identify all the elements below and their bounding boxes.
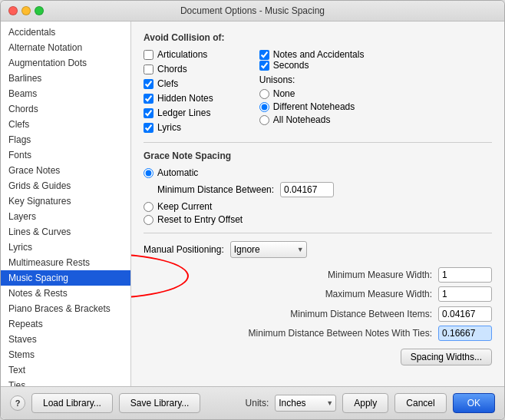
divider-2 [144, 233, 492, 233]
sidebar-item[interactable]: Flags [1, 132, 130, 147]
checkbox-label: Seconds [273, 60, 309, 71]
sidebar-item[interactable]: Augmentation Dots [1, 55, 130, 71]
checkbox-input[interactable] [144, 50, 153, 60]
sidebar-item[interactable]: Stems [1, 347, 130, 362]
sidebar-item[interactable]: Accidentals [1, 25, 130, 40]
close-button[interactable] [8, 6, 18, 15]
sidebar-item[interactable]: Fonts [1, 147, 130, 163]
cancel-button[interactable]: Cancel [394, 393, 446, 413]
min-dist-row: Minimum Distance Between: [157, 182, 492, 197]
save-library-button[interactable]: Save Library... [119, 393, 200, 413]
grace-note-section: Grace Note Spacing Automatic Minimum Dis… [144, 150, 492, 225]
manual-positioning-select[interactable]: IgnoreMove LeftMove Right [230, 241, 307, 258]
checkbox-label: Clefs [157, 78, 178, 89]
unisons-radio[interactable] [259, 89, 269, 99]
ok-button[interactable]: OK [453, 393, 495, 413]
min-dist-ties-row: Minimum Distance Between Notes With Ties… [144, 326, 492, 341]
max-measure-row: Maximum Measure Width: [144, 286, 492, 302]
sidebar-item[interactable]: Text [1, 362, 130, 378]
checkbox-input[interactable] [144, 123, 153, 133]
sidebar-item[interactable]: Music Spacing [1, 270, 130, 286]
minimize-button[interactable] [21, 6, 31, 15]
bottom-bar: ? Load Library... Save Library... Units:… [1, 386, 504, 419]
titlebar: Document Options - Music Spacing [1, 1, 504, 21]
apply-button[interactable]: Apply [342, 393, 388, 413]
sidebar-item[interactable]: Alternate Notation [1, 40, 130, 55]
sidebar-item[interactable]: Grids & Guides [1, 178, 130, 193]
sidebar-item[interactable]: Piano Braces & Brackets [1, 301, 130, 316]
radio-row: All Noteheads [259, 114, 365, 125]
grace-note-title: Grace Note Spacing [144, 150, 492, 161]
checkbox-row: Chords [144, 64, 213, 74]
sidebar-item[interactable]: Grace Notes [1, 163, 130, 178]
main-panel: Avoid Collision of: ArticulationsChordsC… [131, 21, 504, 386]
help-button[interactable]: ? [10, 395, 25, 411]
content: AccidentalsAlternate NotationAugmentatio… [1, 21, 504, 386]
checkbox-label: Notes and Accidentals [273, 49, 365, 60]
sidebar: AccidentalsAlternate NotationAugmentatio… [1, 21, 131, 386]
bottom-section: Spacing Widths... [144, 349, 492, 365]
sidebar-item[interactable]: Lines & Curves [1, 224, 130, 240]
units-dropdown-wrapper: InchesCentimetersPointsPicasEVPUs ▼ [275, 395, 336, 412]
window-title: Document Options - Music Spacing [180, 5, 325, 16]
unisons-radio[interactable] [259, 115, 269, 125]
checkbox-label: Hidden Notes [157, 93, 213, 104]
min-dist-items-input[interactable] [438, 306, 492, 322]
checkboxes-left: ArticulationsChordsClefsHidden NotesLedg… [144, 49, 213, 133]
unisons-section: Unisons: NoneDifferent NoteheadsAll Note… [259, 74, 365, 127]
sidebar-item[interactable]: Notes & Rests [1, 286, 130, 301]
sidebar-item[interactable]: Barlines [1, 71, 130, 86]
manual-row: Manual Positioning: IgnoreMove LeftMove … [144, 241, 492, 258]
sidebar-item[interactable]: Multimeasure Rests [1, 255, 130, 270]
sidebar-item[interactable]: Lyrics [1, 240, 130, 255]
min-measure-row: Minimum Measure Width: [144, 267, 492, 283]
keep-current-label: Keep Current [157, 201, 212, 212]
automatic-radio[interactable] [144, 168, 153, 178]
checkbox-input[interactable] [144, 64, 153, 74]
units-select[interactable]: InchesCentimetersPointsPicasEVPUs [275, 395, 336, 412]
sidebar-item[interactable]: Chords [1, 101, 130, 117]
min-dist-ties-label: Minimum Distance Between Notes With Ties… [249, 328, 432, 339]
checkbox-label: Chords [157, 64, 187, 74]
min-dist-label: Minimum Distance Between: [157, 184, 274, 195]
sidebar-item[interactable]: Beams [1, 86, 130, 101]
sidebar-item[interactable]: Repeats [1, 316, 130, 332]
reset-label: Reset to Entry Offset [157, 214, 243, 225]
unisons-radio[interactable] [259, 102, 269, 112]
checkbox-row: Lyrics [144, 122, 213, 133]
units-label: Units: [246, 398, 269, 408]
radio-row: None [259, 88, 365, 99]
keep-current-radio[interactable] [144, 202, 153, 212]
min-dist-input[interactable] [280, 182, 334, 197]
measure-section: Minimum Measure Width: Maximum Measure W… [144, 267, 492, 302]
checkbox-input[interactable] [144, 94, 153, 104]
sidebar-item[interactable]: Key Signatures [1, 193, 130, 209]
maximize-button[interactable] [35, 6, 44, 15]
unisons-label: Unisons: [259, 74, 365, 85]
spacing-widths-button[interactable]: Spacing Widths... [401, 349, 492, 365]
checkbox-input[interactable] [144, 79, 153, 89]
checkbox-input[interactable] [259, 61, 269, 71]
sidebar-item[interactable]: Clefs [1, 117, 130, 132]
keep-row: Keep Current [144, 201, 492, 212]
unisons-radio-label: None [273, 88, 295, 99]
unisons-radio-label: Different Noteheads [273, 101, 355, 112]
manual-positioning-label: Manual Positioning: [144, 244, 224, 255]
checkbox-input[interactable] [259, 50, 269, 60]
unisons-radio-label: All Noteheads [273, 114, 331, 125]
min-dist-ties-input[interactable] [438, 326, 492, 341]
reset-radio[interactable] [144, 215, 153, 225]
sidebar-item[interactable]: Ties [1, 378, 130, 386]
max-measure-width-input[interactable] [438, 286, 492, 302]
checkboxes-right: Notes and AccidentalsSeconds Unisons: No… [259, 49, 365, 133]
sidebar-item[interactable]: Layers [1, 209, 130, 224]
min-measure-width-input[interactable] [438, 267, 492, 283]
checkbox-input[interactable] [144, 108, 153, 118]
window-controls [8, 6, 44, 15]
automatic-label: Automatic [157, 167, 198, 178]
avoid-collision-title: Avoid Collision of: [144, 32, 492, 43]
checkbox-row: Articulations [144, 49, 213, 60]
checkbox-row: Clefs [144, 78, 213, 89]
load-library-button[interactable]: Load Library... [31, 393, 113, 413]
sidebar-item[interactable]: Staves [1, 332, 130, 347]
